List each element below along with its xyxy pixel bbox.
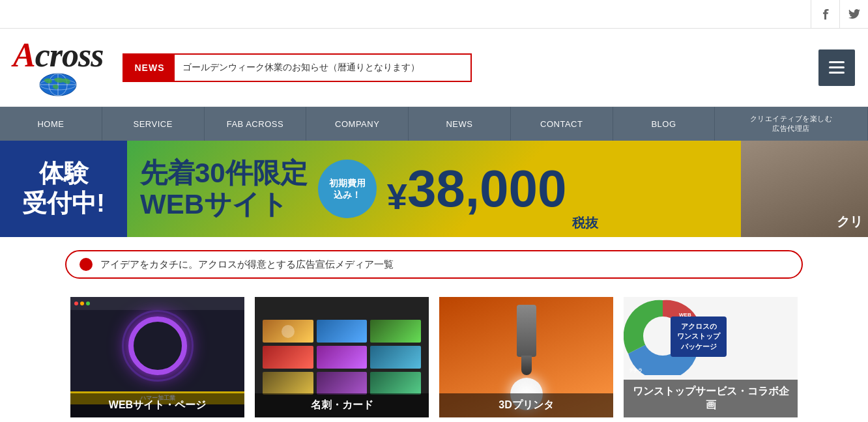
card-onestop-label: ワンストップサービス・コラボ企画 [624,380,798,417]
hamburger-line [829,61,845,63]
card-3d[interactable]: 3Dプリンタ [439,297,613,417]
hero-center: 先着30件限定WEBサイト 初期費用 込み！ ¥ 38,000 税抜 [127,141,741,237]
news-bar[interactable]: NEWS ゴールデンウィーク休業のお知らせ（暦通りとなります） [123,53,472,82]
tagline-text: アイデアをカタチに。アクロスが得意とする広告宣伝メディア一覧 [100,259,394,271]
nav-contact[interactable]: CONTACT [511,107,613,141]
nav-company[interactable]: COMPANY [306,107,409,141]
tagline-box: アイデアをカタチに。アクロスが得意とする広告宣伝メディア一覧 [65,250,803,279]
hero-main-text: 先着30件限定WEBサイト [140,158,308,221]
facebook-icon[interactable] [811,0,839,29]
nav-service[interactable]: SERVICE [102,107,205,141]
news-label: NEWS [124,55,175,81]
hamburger-button[interactable] [818,49,855,86]
nav-blog[interactable]: BLOG [613,107,716,141]
card-3d-label: 3Dプリンタ [439,393,613,417]
card-web-label: WEBサイト・ページ [70,393,244,417]
hero-yen: ¥ [387,178,407,215]
main-nav: HOME SERVICE FAB ACROSS COMPANY NEWS CON… [0,107,868,141]
logo-text: Across [13,38,103,72]
svg-text:テチラ: テチラ [629,368,643,373]
logo[interactable]: Across [13,38,103,97]
hero-left: 体験受付中! [0,141,127,237]
nav-fab-across[interactable]: FAB ACROSS [205,107,307,141]
cards-section: ハマー加工業 WEBサイト・ページ 名刺 [0,297,868,417]
hero-banner: 体験受付中! 先着30件限定WEBサイト 初期費用 込み！ ¥ 38,000 税… [0,141,868,237]
hamburger-line [829,66,845,68]
tagline-dot [80,258,93,271]
hero-price-area: ¥ 38,000 [387,163,567,215]
hero-badge: 初期費用 込み！ [318,160,377,218]
twitter-icon[interactable] [839,0,868,29]
logo-globe [38,72,78,97]
hero-price: 38,000 [407,163,567,215]
card-onestop[interactable]: WEB テチラ アクロスのワンストップパッケージ ワンストップサービス・コラボ企… [624,297,798,417]
nav-home[interactable]: HOME [0,107,102,141]
card-namecard[interactable]: 名刺・カード [255,297,429,417]
hero-right: クリ [741,141,868,237]
news-content: ゴールデンウィーク休業のお知らせ（暦通りとなります） [175,62,427,74]
hero-right-overlay: クリ [837,213,868,231]
top-bar [0,0,868,29]
nav-news[interactable]: NEWS [409,107,511,141]
card-web[interactable]: ハマー加工業 WEBサイト・ページ [70,297,244,417]
hero-tax: 税抜 [572,214,598,237]
header: Across NEWS ゴールデンウィーク休業のお知らせ（暦通りとなります） [0,29,868,107]
hero-left-text: 体験受付中! [22,159,105,218]
hamburger-line [829,72,845,74]
card-namecard-label: 名刺・カード [255,393,429,417]
tagline-section: アイデアをカタチに。アクロスが得意とする広告宣伝メディア一覧 [0,237,868,292]
nav-tagline[interactable]: クリエイティブを楽しむ広告代理店 [715,107,868,141]
